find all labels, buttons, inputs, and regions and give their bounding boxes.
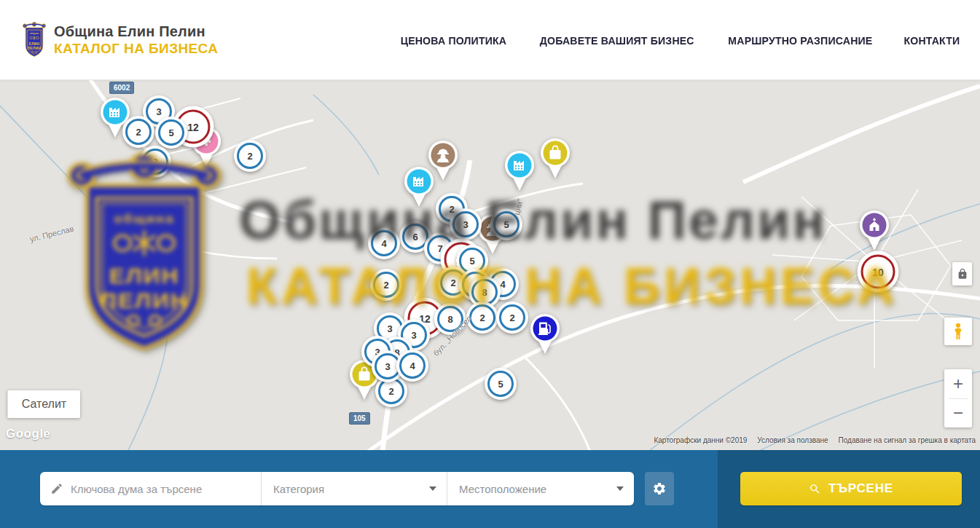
main-nav: ЦЕНОВА ПОЛИТИКА ДОБАВЕТЕ ВАШИЯТ БИЗНЕС М… [397, 0, 962, 80]
road-number-badge: 105 [349, 412, 370, 425]
search-bar: Категория Местоположение ТЪРСЕНЕ [0, 450, 980, 528]
category-dropdown-value: Категория [273, 483, 324, 495]
category-dropdown[interactable]: Категория [261, 472, 447, 505]
chevron-down-icon [616, 486, 624, 491]
attribution-report-error-link[interactable]: Подаване на сигнал за грешка в картата [839, 436, 976, 444]
map-pin-fuel[interactable] [529, 313, 561, 355]
map-cluster-marker[interactable]: 5 [485, 368, 517, 400]
map-cluster-marker[interactable]: 4 [396, 350, 428, 382]
map-pin-bag[interactable] [539, 138, 571, 180]
logo-text: Община Елин Пелин КАТАЛОГ НА БИЗНЕСА [54, 23, 218, 57]
keyword-field[interactable] [40, 472, 261, 505]
lock-button[interactable] [952, 262, 972, 285]
nav-add-your-business[interactable]: ДОБАВЕТЕ ВАШИЯТ БИЗНЕС [540, 34, 694, 47]
search-submit-button[interactable]: ТЪРСЕНЕ [740, 472, 962, 505]
advanced-search-button[interactable] [645, 472, 674, 505]
map-pin-factory[interactable] [503, 150, 536, 192]
google-logo[interactable]: Google [6, 427, 51, 441]
site-title: Община Елин Пелин [54, 23, 218, 40]
map-cluster-marker[interactable]: 2 [234, 140, 266, 172]
map-cluster-marker[interactable]: 2 [122, 116, 154, 148]
gear-icon [652, 481, 667, 496]
location-dropdown-value: Местоположение [459, 483, 546, 495]
search-icon [809, 483, 821, 495]
lock-icon [957, 268, 968, 280]
map-markers: 3212522235647135227481282233832345106002… [0, 80, 980, 450]
road-number-badge: 6002 [109, 82, 134, 94]
app: община ЕЛИН ПЕЛИН Община Елин Пелин КАТА… [0, 0, 980, 528]
map-pin-church[interactable] [858, 210, 890, 252]
map-cluster-marker[interactable]: 5 [155, 117, 187, 149]
site-logo[interactable]: община ЕЛИН ПЕЛИН Община Елин Пелин КАТА… [22, 22, 218, 58]
nav-pricing-policy[interactable]: ЦЕНОВА ПОЛИТИКА [401, 34, 507, 47]
header: община ЕЛИН ПЕЛИН Община Елин Пелин КАТА… [0, 0, 980, 80]
pencil-icon [50, 482, 63, 495]
search-fields: Категория Местоположение [40, 472, 634, 505]
zoom-in-button[interactable]: + [944, 369, 972, 398]
street-name-label: ции" [512, 198, 525, 216]
street-view-pegman-button[interactable] [944, 318, 972, 345]
map-pin-factory[interactable] [403, 166, 435, 208]
location-dropdown[interactable]: Местоположение [447, 472, 634, 505]
street-name-label: ул. Преслав [28, 224, 74, 244]
svg-text:ЕЛИН: ЕЛИН [29, 42, 40, 46]
municipality-crest-logo: община ЕЛИН ПЕЛИН [22, 22, 47, 58]
map-cluster-marker[interactable]: 2 [496, 302, 528, 334]
map-type-control: Карта Сателит [7, 390, 80, 418]
chevron-down-icon [429, 486, 436, 491]
pegman-icon [950, 321, 966, 342]
map-cluster-marker[interactable]: 10 [858, 251, 899, 293]
attribution-terms-link[interactable]: Условия за ползване [757, 436, 828, 444]
attribution-copyright: Картографски данни ©2019 [654, 436, 747, 444]
svg-text:ПЕЛИН: ПЕЛИН [28, 46, 41, 50]
nav-contacts[interactable]: КОНТАКТИ [904, 34, 960, 47]
map-region[interactable]: 3212522235647135227481282233832345106002… [0, 80, 980, 450]
keyword-search-input[interactable] [71, 483, 246, 495]
zoom-control: + − [944, 369, 972, 427]
map-cluster-marker[interactable]: 3 [450, 208, 482, 240]
map-type-satellite-button[interactable]: Сателит [7, 390, 80, 418]
svg-text:община: община [30, 32, 39, 35]
map-cluster-marker[interactable]: 2 [139, 146, 171, 178]
search-button-label: ТЪРСЕНЕ [828, 481, 893, 496]
map-attribution: Картографски данни ©2019 Условия за полз… [654, 436, 976, 444]
zoom-out-button[interactable]: − [944, 398, 972, 427]
map-cluster-marker[interactable]: 2 [370, 269, 402, 301]
map-cluster-marker[interactable]: 4 [368, 227, 400, 259]
nav-route-schedule[interactable]: МАРШРУТНО РАЗПИСАНИЕ [729, 34, 873, 47]
site-subtitle: КАТАЛОГ НА БИЗНЕСА [54, 41, 218, 57]
